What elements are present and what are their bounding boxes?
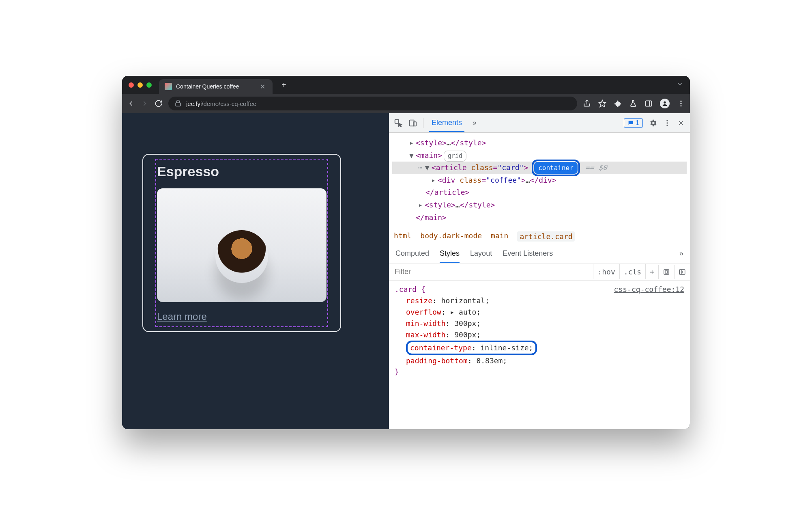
selected-indicator: == $0	[585, 163, 607, 172]
svg-rect-18	[665, 271, 668, 273]
styles-filter-input[interactable]	[389, 263, 593, 280]
crumb-active[interactable]: article.card	[517, 231, 575, 242]
settings-gear-icon[interactable]	[649, 119, 657, 127]
tab-event-listeners[interactable]: Event Listeners	[503, 249, 553, 263]
window-controls	[129, 82, 152, 88]
dom-node[interactable]: ▼<main>grid	[392, 149, 687, 162]
computed-toggle-icon[interactable]	[658, 265, 674, 279]
dom-node[interactable]: </main>	[392, 211, 687, 224]
devtools-close-button[interactable]	[677, 119, 685, 127]
learn-more-link[interactable]: Learn more	[157, 311, 207, 322]
card-title: Espresso	[157, 164, 340, 179]
browser-tab[interactable]: Container Queries coffee ✕	[159, 79, 273, 94]
coffee-image	[157, 188, 327, 302]
tab-more[interactable]: »	[470, 114, 479, 132]
styles-tabbar: Computed Styles Layout Event Listeners »	[389, 245, 690, 263]
content-area: Espresso Learn more Elements » 1	[122, 113, 690, 429]
forward-button[interactable]	[141, 99, 149, 108]
svg-rect-3	[646, 101, 652, 106]
breadcrumb: html body.dark-mode main article.card	[389, 228, 690, 245]
svg-point-13	[666, 122, 668, 123]
lock-icon	[174, 99, 182, 108]
devtools-panel: Elements » 1 ▸<style>…</style> ▼<main>gr…	[389, 113, 690, 429]
svg-point-5	[664, 101, 666, 104]
tab-styles[interactable]: Styles	[440, 249, 460, 263]
hov-toggle[interactable]: :hov	[593, 264, 619, 279]
browser-window: Container Queries coffee ✕ + jec.fyi/dem…	[122, 76, 690, 429]
rendered-page: Espresso Learn more	[122, 113, 389, 429]
css-declaration[interactable]: resize: horizontal;	[395, 295, 684, 306]
device-toggle-icon[interactable]	[408, 119, 417, 127]
sidebar-toggle-icon[interactable]	[674, 265, 690, 279]
dom-node[interactable]: </article>	[392, 186, 687, 199]
back-button[interactable]	[127, 99, 135, 108]
dom-node[interactable]: ▸<style>…</style>	[392, 199, 687, 211]
css-declaration[interactable]: overflow: ▸ auto;	[395, 306, 684, 318]
dom-node-selected[interactable]: ⋯▼<article class="card"> container == $0	[392, 162, 687, 174]
svg-rect-17	[664, 270, 669, 274]
close-tab-button[interactable]: ✕	[258, 83, 267, 91]
devtools-tabbar: Elements » 1	[389, 113, 690, 133]
issues-badge[interactable]: 1	[624, 118, 643, 128]
favicon	[165, 83, 172, 90]
css-declaration[interactable]: min-width: 300px;	[395, 318, 684, 329]
issues-count: 1	[636, 119, 639, 127]
tab-title: Container Queries coffee	[176, 83, 239, 90]
tabs-menu-button[interactable]	[676, 80, 683, 89]
card: Espresso Learn more	[142, 154, 341, 332]
dom-node[interactable]: ▸<div class="coffee">…</div>	[392, 174, 687, 187]
css-declaration[interactable]: max-width: 900px;	[395, 329, 684, 341]
bookmark-star-icon[interactable]	[598, 99, 606, 108]
labs-flask-icon[interactable]	[629, 99, 637, 108]
inspect-icon[interactable]	[394, 119, 403, 127]
reload-button[interactable]	[155, 99, 163, 108]
rule-source-link[interactable]: css-cq-coffee:12	[614, 284, 684, 295]
maximize-window-button[interactable]	[146, 82, 152, 88]
profile-avatar[interactable]	[660, 99, 670, 108]
new-style-rule-button[interactable]: +	[645, 264, 658, 279]
svg-point-14	[666, 125, 668, 126]
crumb[interactable]: html	[394, 231, 411, 242]
extensions-puzzle-icon[interactable]	[614, 99, 622, 108]
grid-badge[interactable]: grid	[444, 151, 466, 162]
css-declaration-highlighted[interactable]: container-type: inline-size;	[395, 341, 684, 355]
svg-rect-0	[176, 103, 180, 106]
tab-computed[interactable]: Computed	[395, 249, 429, 263]
css-declaration[interactable]: padding-bottom: 0.83em;	[395, 355, 684, 367]
tab-layout[interactable]: Layout	[470, 249, 492, 263]
svg-point-8	[680, 105, 681, 106]
css-rules[interactable]: css-cq-coffee:12 .card { resize: horizon…	[389, 281, 690, 381]
toolbar-actions	[583, 99, 685, 108]
browser-toolbar: jec.fyi/demo/css-cq-coffee	[122, 94, 690, 113]
browser-menu-button[interactable]	[677, 99, 685, 108]
new-tab-button[interactable]: +	[276, 80, 292, 90]
svg-point-12	[666, 120, 668, 121]
minimize-window-button[interactable]	[137, 82, 143, 88]
css-selector[interactable]: .card {	[395, 285, 425, 294]
url-path: /demo/css-cq-coffee	[202, 100, 256, 107]
svg-point-6	[680, 101, 681, 102]
svg-point-7	[680, 103, 681, 104]
address-bar[interactable]: jec.fyi/demo/css-cq-coffee	[168, 97, 577, 110]
close-window-button[interactable]	[129, 82, 134, 88]
devtools-menu-button[interactable]	[663, 119, 671, 127]
dom-node[interactable]: ▸<style>…</style>	[392, 137, 687, 149]
svg-rect-9	[395, 119, 399, 123]
tab-elements[interactable]: Elements	[429, 114, 464, 132]
svg-marker-2	[599, 100, 606, 107]
url-domain: jec.fyi	[186, 100, 202, 107]
sidepanel-icon[interactable]	[644, 99, 653, 108]
container-badge[interactable]: container	[534, 162, 578, 174]
tab-more-styles[interactable]: »	[679, 249, 683, 263]
title-bar: Container Queries coffee ✕ +	[122, 76, 690, 94]
dom-tree[interactable]: ▸<style>…</style> ▼<main>grid ⋯▼<article…	[389, 133, 690, 228]
cls-toggle[interactable]: .cls	[619, 264, 645, 279]
styles-filter-bar: :hov .cls +	[389, 263, 690, 281]
crumb[interactable]: main	[491, 231, 508, 242]
share-icon[interactable]	[583, 99, 591, 108]
css-rule-close: }	[395, 367, 399, 376]
crumb[interactable]: body.dark-mode	[420, 231, 482, 242]
